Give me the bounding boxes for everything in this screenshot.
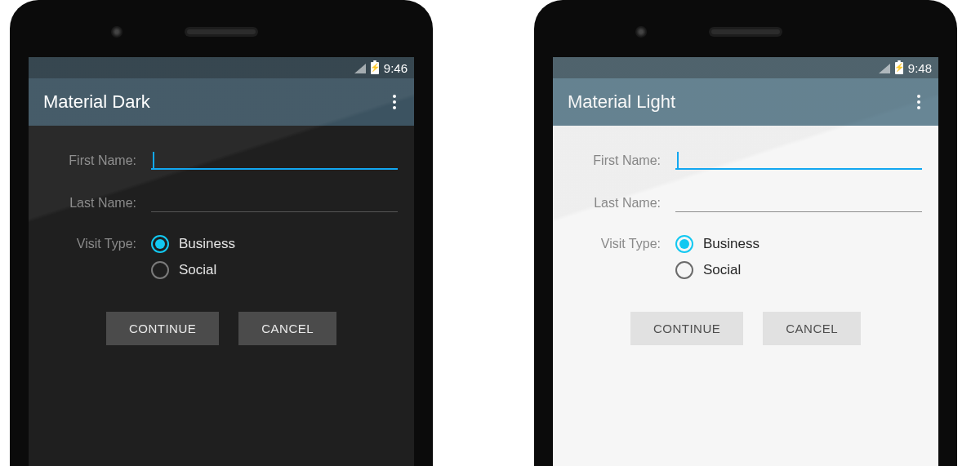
power-button-hw: [432, 204, 433, 237]
radio-icon-unchecked: [675, 261, 693, 279]
speaker-grill: [709, 27, 782, 37]
label-last-name: Last Name:: [45, 196, 151, 211]
label-visit-type: Visit Type:: [45, 235, 151, 251]
phone-frame-light: ⚡ 9:48 Material Light First Name: Last N…: [534, 0, 957, 466]
continue-button[interactable]: CONTINUE: [106, 312, 219, 345]
app-bar: Material Light: [553, 78, 938, 126]
label-visit-type: Visit Type:: [569, 235, 675, 251]
row-first-name: First Name:: [45, 150, 398, 171]
input-underline: [151, 211, 398, 212]
radio-label: Social: [179, 262, 216, 278]
first-name-input[interactable]: [151, 150, 398, 171]
label-first-name: First Name:: [569, 153, 675, 168]
text-cursor: [153, 152, 154, 168]
button-row: CONTINUE CANCEL: [45, 312, 398, 345]
input-underline: [675, 168, 922, 170]
radio-label: Social: [703, 262, 741, 278]
cancel-button[interactable]: CANCEL: [763, 312, 861, 345]
volume-rocker: [956, 118, 957, 192]
row-visit-type: Visit Type: Business Social: [569, 235, 922, 287]
visit-type-radio-group: Business Social: [151, 235, 398, 287]
radio-label: Business: [703, 236, 760, 252]
label-first-name: First Name:: [45, 153, 151, 168]
screen-light: ⚡ 9:48 Material Light First Name: Last N…: [553, 57, 938, 466]
radio-business[interactable]: Business: [151, 235, 398, 253]
signal-icon: [354, 64, 366, 73]
input-underline: [151, 168, 398, 170]
last-name-input[interactable]: [151, 193, 398, 214]
radio-icon-checked: [675, 235, 693, 253]
visit-type-radio-group: Business Social: [675, 235, 922, 287]
text-cursor: [677, 152, 679, 168]
radio-label: Business: [179, 236, 235, 252]
row-last-name: Last Name:: [45, 193, 398, 214]
screen-dark: ⚡ 9:46 Material Dark First Name: Last Na…: [29, 57, 414, 466]
cancel-button[interactable]: CANCEL: [238, 312, 336, 345]
form-content: First Name: Last Name: Visit Type: Busin: [29, 126, 414, 345]
button-row: CONTINUE CANCEL: [569, 312, 922, 345]
app-title: Material Dark: [43, 91, 150, 113]
radio-icon-unchecked: [151, 261, 169, 279]
last-name-input[interactable]: [675, 193, 922, 214]
row-first-name: First Name:: [569, 150, 922, 171]
input-underline: [675, 211, 922, 212]
row-last-name: Last Name:: [569, 193, 922, 214]
volume-rocker: [432, 118, 433, 192]
phone-frame-dark: ⚡ 9:46 Material Dark First Name: Last Na…: [10, 0, 433, 466]
radio-business[interactable]: Business: [675, 235, 922, 253]
overflow-menu-icon[interactable]: [390, 91, 399, 113]
overflow-menu-icon[interactable]: [914, 91, 924, 113]
status-time: 9:48: [908, 61, 932, 75]
app-bar: Material Dark: [29, 78, 414, 126]
radio-icon-checked: [151, 235, 169, 253]
status-bar: ⚡ 9:46: [29, 57, 414, 78]
battery-charging-icon: ⚡: [895, 62, 903, 74]
camera-dot: [111, 26, 122, 38]
first-name-input[interactable]: [675, 150, 922, 171]
app-title: Material Light: [568, 91, 675, 113]
status-time: 9:46: [384, 61, 408, 75]
battery-charging-icon: ⚡: [371, 62, 379, 74]
row-visit-type: Visit Type: Business Social: [45, 235, 398, 287]
status-bar: ⚡ 9:48: [553, 57, 938, 78]
continue-button[interactable]: CONTINUE: [630, 312, 743, 345]
signal-icon: [879, 64, 890, 73]
speaker-grill: [185, 27, 258, 37]
radio-social[interactable]: Social: [151, 261, 398, 279]
power-button-hw: [956, 204, 957, 237]
form-content: First Name: Last Name: Visit Type: Busin: [553, 126, 938, 345]
label-last-name: Last Name:: [569, 196, 675, 211]
camera-dot: [635, 26, 647, 38]
radio-social[interactable]: Social: [675, 261, 922, 279]
